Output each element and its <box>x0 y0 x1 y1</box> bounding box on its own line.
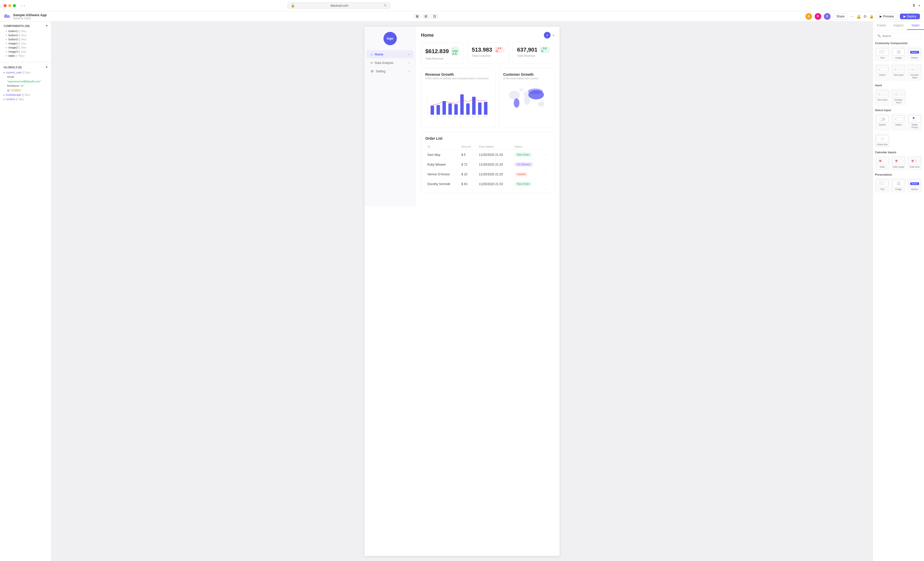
svg-text:4: 4 <box>427 112 428 113</box>
tab-frame[interactable]: Frame <box>873 22 890 30</box>
tab-inspect[interactable]: Inspect <box>890 22 907 30</box>
address-bar[interactable]: 🔒 illacloud.com ↻ <box>288 2 390 9</box>
layout-grid-button[interactable]: ⊟ <box>423 14 429 18</box>
status-badge: On Delivery <box>514 162 533 166</box>
comp-tile-image[interactable]: 🖼 Image <box>891 47 906 61</box>
component-item-image3[interactable]: image3 {} 1key <box>4 50 48 54</box>
svg-text:29: 29 <box>472 117 473 118</box>
brand-logo: illa <box>4 14 9 19</box>
number-input-preview: 123 ⇕ <box>910 68 920 71</box>
component-item-button3[interactable]: button3 {} 3key <box>4 37 48 41</box>
sidebar-item-data-analysis[interactable]: ≡ Data Analysis › <box>366 59 414 67</box>
global-value: "203854" <box>10 89 22 92</box>
share-button[interactable]: Share <box>833 14 848 20</box>
bell-icon[interactable]: 🔔 <box>856 14 861 18</box>
presentation-section-title: Presentation <box>875 173 922 176</box>
comp-tile-date-range[interactable]: 📅 ↔ Date range <box>891 156 906 170</box>
global-value: "w" <box>20 84 24 87</box>
chart-subtitle: of the week based one country <box>503 77 550 80</box>
global-item-current-user[interactable]: ▸ current_user {} 3key <box>4 70 48 75</box>
lock-icon[interactable]: 🔒 <box>869 14 874 18</box>
more-icon[interactable]: ··· <box>543 172 546 176</box>
component-item-image2[interactable]: image2 {} 2key <box>4 45 48 50</box>
comp-tile-pres-image[interactable]: 🖼 Image <box>891 178 906 192</box>
home-icon: ⌂ <box>370 52 373 56</box>
maximize-button[interactable] <box>13 4 16 7</box>
components-header[interactable]: COMPONENTS (38) ▾ <box>4 24 48 27</box>
more-options-button[interactable]: ··· <box>850 14 854 19</box>
traffic-lights <box>4 4 16 7</box>
components-section: COMPONENTS (38) ▾ button1 {} 3key button… <box>0 22 51 60</box>
select-preview: ▼ <box>894 117 903 121</box>
more-icon[interactable]: ··· <box>543 162 546 166</box>
layout-sidebar-button[interactable]: ⊞ <box>414 14 420 18</box>
sidebar-item-home[interactable]: ⌂ Home › <box>366 50 414 58</box>
comp-tile-radio[interactable]: — — Radio Group <box>908 114 922 130</box>
more-icon[interactable]: ··· <box>543 153 546 157</box>
more-icon[interactable]: ··· <box>543 182 546 186</box>
top-right-actions: ⬆ + <box>912 3 920 8</box>
minimize-button[interactable] <box>8 4 11 7</box>
comp-tile-number-input2[interactable]: 123 ⇕ Number Input <box>891 89 906 105</box>
status-badge: New Order <box>514 182 532 186</box>
dot-icon <box>6 47 7 48</box>
new-tab-button[interactable]: + <box>918 3 920 8</box>
button-preview: Button <box>910 51 919 54</box>
table-row: Ruby Weaver $ 72 11/20/2020 21:33 On Del… <box>425 160 550 170</box>
settings-icon[interactable]: ⚙ <box>863 14 867 18</box>
sidebar-logo: logo <box>384 32 397 45</box>
back-button[interactable]: ‹ <box>21 4 22 8</box>
cell-status: On Delivery <box>512 160 541 170</box>
svg-point-45 <box>514 98 519 108</box>
comp-tile-text[interactable]: Text <box>875 47 890 61</box>
comp-tile-date-time[interactable]: 📅 🕐 Date time <box>908 156 922 170</box>
globals-header[interactable]: GLOBALS (8) ▾ <box>4 66 48 69</box>
component-item-table[interactable]: table {} 75key <box>4 54 48 58</box>
svg-text:24: 24 <box>442 117 444 118</box>
component-item-button2[interactable]: button2 {} 3key <box>4 33 48 37</box>
preview-button[interactable]: ▶ Preview <box>876 14 897 20</box>
deploy-button[interactable]: ▶ Deploy <box>900 14 920 19</box>
comp-tile-button[interactable]: Button Button <box>908 47 922 61</box>
component-item-button1[interactable]: button1 {} 3key <box>4 29 48 33</box>
chevron-down-icon: ▾ <box>46 66 48 69</box>
svg-text:2: 2 <box>427 115 428 116</box>
cell-date: 11/20/2020 21:33 <box>477 160 512 170</box>
upload-button[interactable]: ⬆ <box>912 3 915 8</box>
comp-tile-number-input[interactable]: 123 ⇕ Number Input <box>908 64 922 81</box>
global-item-context[interactable]: ▸ context {} 3key <box>4 97 48 101</box>
search-box[interactable]: 🔍 <box>875 33 922 39</box>
comp-tile-pres-text[interactable]: Text <box>875 178 890 192</box>
close-button[interactable] <box>4 4 7 7</box>
forward-button[interactable]: › <box>24 4 25 8</box>
comp-tile-text-input2[interactable]: T Text Input <box>875 89 890 105</box>
sidebar-nav: ⌂ Home › ≡ Data Analysis › ⚙ Setting <box>364 50 416 75</box>
svg-text:8: 8 <box>427 105 428 107</box>
tab-insert[interactable]: Insert <box>907 22 924 30</box>
global-item-localstorage[interactable]: ▸ localstorage {} 3key <box>4 93 48 97</box>
comp-tile-switch[interactable]: Switch <box>875 114 890 130</box>
search-input[interactable] <box>882 34 920 38</box>
comp-tile-text-input[interactable]: T Text Input <box>891 64 906 81</box>
components-title: COMPONENTS (38) <box>4 24 30 27</box>
comp-tile-date[interactable]: 📅 — Date <box>875 156 890 170</box>
global-sub-email: email "opensource@illasoft.com" <box>4 75 48 84</box>
svg-rect-17 <box>448 104 452 115</box>
cell-status: New Order <box>512 150 541 160</box>
table-row: Vernon D'Amore $ 10 11/20/2020 21:33 exp… <box>425 170 550 179</box>
main-layout: COMPONENTS (38) ▾ button1 {} 3key button… <box>0 22 924 561</box>
comp-tile-pres-button[interactable]: Button Button <box>908 178 922 192</box>
date-time-preview: 📅 🕐 <box>910 159 920 163</box>
preview-label: Preview <box>883 15 894 18</box>
table-row: Dorothy Schmidt $ 63 11/20/2020 21:33 Ne… <box>425 179 550 189</box>
svg-text:22: 22 <box>430 117 432 118</box>
sidebar-item-setting[interactable]: ⚙ Setting › <box>366 67 414 75</box>
component-item-image1[interactable]: image1 {} 1key <box>4 41 48 45</box>
comp-tile-label: Date time <box>910 166 920 168</box>
cell-id: Ruby Weaver <box>425 160 459 170</box>
refresh-button[interactable]: ↻ <box>384 4 387 8</box>
comp-tile-select2[interactable]: ▼ Select <box>891 114 906 130</box>
layout-full-button[interactable]: ⊡ <box>432 14 438 18</box>
comp-tile-checkbox[interactable]: ✓ Check Box <box>875 134 890 148</box>
comp-tile-select[interactable]: ▼ Select <box>875 64 890 81</box>
